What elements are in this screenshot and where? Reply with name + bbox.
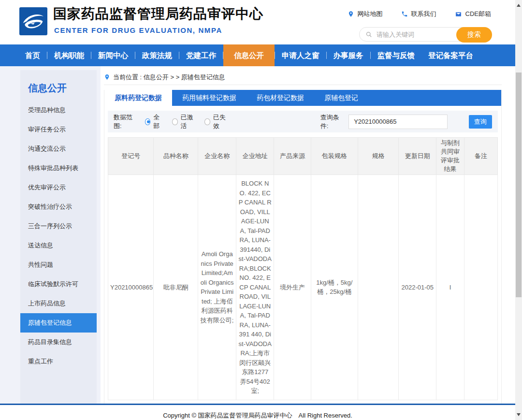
content-panel: 原料药登记数据 药用辅料登记数据 药包材登记数据 原辅包登记 数据范围: 全部 … [104, 90, 502, 420]
main-content: 当前位置 : 信息公开 > > 原辅包登记信息 原料药登记数据 药用辅料登记数据… [104, 72, 502, 420]
location-pin-icon [348, 11, 354, 17]
nav-item-services[interactable]: 办事服务 [327, 44, 370, 66]
table-row: Y20210000865 吡非尼酮 Amoli Organics Private… [108, 175, 498, 400]
query-label: 查询条件: [320, 113, 343, 130]
radio-unselected-icon [172, 118, 178, 125]
col-update-date: 更新日期 [399, 138, 436, 175]
nav-item-applicant-window[interactable]: 申请人之窗 [275, 44, 326, 66]
body-area: 信息公开 受理品种信息 审评任务公示 沟通交流公示 特殊审批品种列表 优先审评公… [0, 66, 515, 404]
sitemap-link[interactable]: 网站地图 [348, 10, 383, 18]
nav-item-news[interactable]: 新闻中心 [91, 44, 135, 66]
tab-bar: 原料药登记数据 药用辅料登记数据 药包材登记数据 原辅包登记 [104, 90, 501, 106]
sidebar-item-excipient-registration[interactable]: 原辅包登记信息 [20, 313, 97, 333]
results-table-wrap: 登记号 品种名称 企业名称 企业地址 产品来源 包装规格 规格 更新日期 与制剂… [108, 137, 498, 400]
sidebar-item-breakthrough-therapy[interactable]: 突破性治疗公示 [20, 197, 97, 217]
nav-item-home[interactable]: 首页 [18, 44, 47, 66]
tab-raw-material-data[interactable]: 原料药登记数据 [104, 90, 172, 106]
col-company-address: 企业地址 [236, 138, 274, 175]
cell-reg-no: Y20210000865 [108, 175, 154, 400]
radio-activated-label: 已激活 [181, 113, 196, 130]
col-product-name: 品种名称 [154, 138, 198, 175]
cell-spec [358, 175, 399, 400]
cell-package-spec: 1kg/桶，5kg/桶，25kg/桶 [311, 175, 358, 400]
cell-source: 境外生产 [274, 175, 311, 400]
sidebar-item-three-in-one[interactable]: 三合一序列公示 [20, 217, 97, 236]
sidebar-item-communication[interactable]: 沟通交流公示 [20, 139, 97, 159]
sidebar-item-special-approval[interactable]: 特殊审批品种列表 [20, 159, 97, 178]
nav-item-supervision[interactable]: 监督与反馈 [371, 44, 422, 66]
sidebar-item-priority-review[interactable]: 优先审评公示 [20, 178, 97, 197]
col-company-name: 企业名称 [198, 138, 236, 175]
sidebar-item-delivery-info[interactable]: 送达信息 [20, 236, 97, 255]
nav-item-party[interactable]: 党建工作 [179, 44, 223, 66]
radio-activated[interactable]: 已激活 [172, 113, 196, 130]
results-table: 登记号 品种名称 企业名称 企业地址 产品来源 包装规格 规格 更新日期 与制剂… [108, 137, 498, 400]
breadcrumb-text[interactable]: 当前位置 : 信息公开 > > 原辅包登记信息 [113, 73, 225, 82]
col-remark: 备注 [464, 138, 497, 175]
scope-label: 数据范围: [114, 113, 136, 130]
tab-registration[interactable]: 原辅包登记 [314, 90, 368, 106]
mailbox-link[interactable]: CDE邮箱 [455, 10, 491, 18]
sidebar-item-accepted-varieties[interactable]: 受理品种信息 [20, 101, 97, 120]
sidebar-item-common-issues[interactable]: 共性问题 [20, 255, 97, 275]
page: 国家药品监督管理局药品审评中心 CENTER FOR DRUG EVALUATI… [0, 0, 522, 420]
mail-icon [455, 11, 462, 17]
vertical-scrollbar [515, 0, 522, 420]
filter-bar: 数据范围: 全部 已激活 已失效 查询条件: 查询 [108, 111, 498, 132]
col-reg-no: 登记号 [108, 138, 154, 175]
sidebar: 信息公开 受理品种信息 审评任务公示 沟通交流公示 特殊审批品种列表 优先审评公… [20, 70, 97, 404]
radio-expired[interactable]: 已失效 [204, 113, 228, 130]
radio-unselected-icon [204, 118, 210, 125]
header-links: 网站地图 联系我们 CDE邮箱 [348, 10, 491, 18]
col-spec: 规格 [358, 138, 399, 175]
tab-excipient-data[interactable]: 药用辅料登记数据 [172, 90, 246, 106]
site-subtitle: CENTER FOR DRUG EVALUATION, NMPA [54, 26, 222, 34]
sidebar-item-marketed-drugs[interactable]: 上市药品信息 [20, 294, 97, 313]
site-search: 搜索 [359, 27, 492, 42]
sidebar-item-drug-catalog[interactable]: 药品目录集信息 [20, 333, 97, 352]
col-joint-review-result: 与制剂共同审评审批结果 [436, 138, 464, 175]
col-source: 产品来源 [274, 138, 311, 175]
cell-joint-review-result: I [436, 175, 464, 400]
radio-all[interactable]: 全部 [145, 113, 163, 130]
site-title: 国家药品监督管理局药品审评中心 [53, 5, 263, 23]
sidebar-title: 信息公开 [20, 70, 97, 101]
scroll-up-arrow-icon[interactable] [517, 4, 521, 7]
query-input[interactable] [348, 115, 447, 129]
sidebar-item-review-tasks[interactable]: 审评任务公示 [20, 120, 97, 139]
cell-remark [464, 175, 497, 400]
nav-item-registration-platform[interactable]: 登记备案平台 [421, 44, 480, 66]
scrollbar-thumb[interactable] [516, 72, 522, 297]
location-pin-icon [104, 74, 110, 80]
nav-item-functions[interactable]: 机构职能 [47, 44, 91, 66]
contact-link-label: 联系我们 [411, 10, 436, 18]
scroll-down-arrow-icon[interactable] [517, 413, 521, 416]
nav-item-info-disclosure[interactable]: 信息公开 [223, 44, 275, 66]
footer: Copyright © 国家药品监督管理局药品审评中心 All Right Re… [0, 405, 515, 420]
cell-company-address: BLOCK NO. 422, ECP CANAL ROAD, VILLAGE-L… [236, 175, 274, 400]
cell-update-date: 2022-01-05 [399, 175, 436, 400]
table-header-row: 登记号 品种名称 企业名称 企业地址 产品来源 包装规格 规格 更新日期 与制剂… [108, 138, 498, 175]
main-nav: 首页 机构职能 新闻中心 政策法规 党建工作 信息公开 申请人之窗 办事服务 监… [0, 44, 515, 66]
radio-selected-icon [145, 118, 151, 125]
phone-icon [401, 11, 408, 17]
cell-product-name: 吡非尼酮 [154, 175, 198, 400]
tab-packaging-material-data[interactable]: 药包材登记数据 [246, 90, 314, 106]
cde-logo[interactable] [19, 7, 47, 35]
search-icon [365, 31, 373, 38]
swan-logo-icon [19, 7, 47, 35]
site-header: 国家药品监督管理局药品审评中心 CENTER FOR DRUG EVALUATI… [0, 0, 515, 44]
contact-link[interactable]: 联系我们 [401, 10, 436, 18]
radio-expired-label: 已失效 [213, 113, 229, 130]
mailbox-link-label: CDE邮箱 [465, 10, 491, 18]
query-button[interactable]: 查询 [469, 115, 493, 129]
search-button[interactable]: 搜索 [456, 27, 492, 43]
sidebar-item-clinical-trial-license[interactable]: 临床试验默示许可 [20, 275, 97, 294]
nav-item-policies[interactable]: 政策法规 [135, 44, 179, 66]
copyright-text: Copyright © 国家药品监督管理局药品审评中心 All Right Re… [163, 412, 352, 419]
breadcrumb: 当前位置 : 信息公开 > > 原辅包登记信息 [104, 72, 502, 85]
col-package-spec: 包装规格 [311, 138, 358, 175]
cell-company-name: Amoli Organics Private Limited;Amoli Org… [198, 175, 236, 400]
radio-all-label: 全部 [153, 113, 163, 130]
sidebar-item-key-work[interactable]: 重点工作 [20, 352, 97, 371]
